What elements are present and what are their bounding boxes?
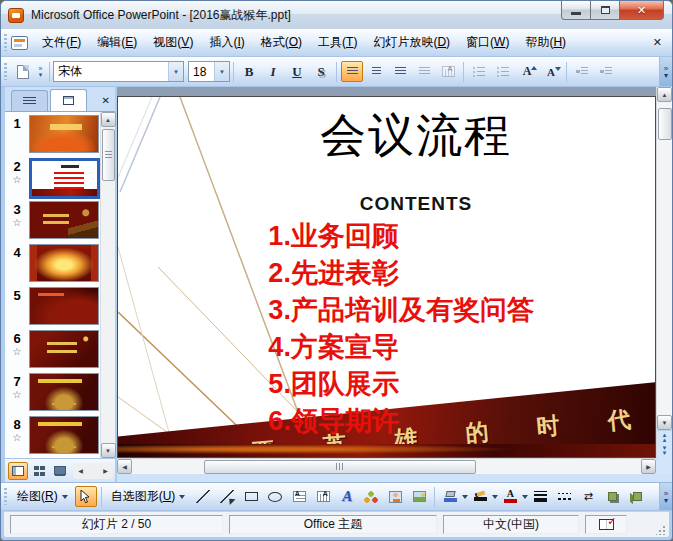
text-direction-button[interactable]: [437, 61, 459, 82]
scroll-down-icon[interactable]: ▼: [657, 415, 672, 430]
agenda-item[interactable]: 3.产品培训及有奖问答: [268, 292, 534, 329]
scroll-left-icon[interactable]: ◀: [117, 459, 132, 474]
italic-button[interactable]: I: [262, 61, 284, 82]
decrease-indent-button[interactable]: [571, 61, 593, 82]
slide-sorter-view-button[interactable]: [29, 462, 49, 480]
slideshow-view-button[interactable]: [50, 462, 70, 480]
slide-thumbnail[interactable]: [29, 416, 99, 454]
decrease-font-button[interactable]: A: [540, 61, 562, 82]
menu-help[interactable]: 帮助(H): [517, 29, 574, 56]
arrow-tool-button[interactable]: [216, 486, 238, 507]
normal-view-button[interactable]: [8, 462, 28, 480]
panel-scrollbar[interactable]: ▲ ▼: [100, 112, 115, 458]
scroll-right-icon[interactable]: ▶: [98, 463, 113, 478]
insert-picture-button[interactable]: [408, 486, 430, 507]
oval-tool-button[interactable]: [264, 486, 286, 507]
font-size-combobox[interactable]: 18 ▼: [188, 61, 230, 82]
wordart-button[interactable]: A: [336, 486, 358, 507]
slide-canvas[interactable]: 会议流程 CONTENTS 1.业务回顾 2.先进表彰 3.产品培训及有奖问答 …: [117, 96, 656, 458]
dropdown-arrow-icon[interactable]: ▼: [168, 62, 183, 81]
menu-window[interactable]: 窗口(W): [458, 29, 517, 56]
slide-thumbnail[interactable]: [29, 330, 99, 368]
scrollbar-thumb[interactable]: [204, 460, 476, 474]
scrollbar-thumb[interactable]: [102, 129, 115, 181]
toolbar-grip[interactable]: [4, 488, 7, 505]
agenda-item[interactable]: 6.领导期许: [268, 403, 534, 440]
close-button[interactable]: ✕: [619, 1, 664, 20]
restore-button[interactable]: [591, 1, 619, 20]
agenda-item[interactable]: 5.团队展示: [268, 366, 534, 403]
vertical-scrollbar[interactable]: ▲ ▼ ▲ ▲ ▼ ▼: [656, 87, 672, 458]
tab-outline[interactable]: [11, 90, 48, 111]
select-objects-button[interactable]: [75, 486, 97, 507]
slide-thumbnail[interactable]: [29, 158, 100, 199]
dropdown-caret-icon[interactable]: [462, 495, 468, 502]
scroll-left-icon[interactable]: ◀: [73, 463, 88, 478]
dash-style-button[interactable]: [553, 486, 575, 507]
slide-thumbnail[interactable]: [29, 244, 99, 282]
line-style-button[interactable]: [529, 486, 551, 507]
agenda-item[interactable]: 1.业务回顾: [268, 218, 534, 255]
title-bar[interactable]: Microsoft Office PowerPoint - [2016赢战猴年.…: [1, 1, 672, 29]
minimize-button[interactable]: [561, 1, 591, 20]
diagram-button[interactable]: [360, 486, 382, 507]
autoshapes-menu-button[interactable]: 自选图形(U): [105, 485, 192, 508]
previous-slide-button[interactable]: ▲ ▲: [662, 433, 668, 443]
toolbar-options-button[interactable]: » ▾: [659, 57, 672, 86]
agenda-item[interactable]: 4.方案宣导: [268, 329, 534, 366]
draw-menu-button[interactable]: 绘图(R): [11, 485, 74, 508]
panel-close-icon[interactable]: ✕: [102, 95, 110, 106]
slide-thumbnail[interactable]: [29, 115, 99, 153]
language-indicator[interactable]: 中文(中国): [443, 515, 579, 534]
increase-indent-button[interactable]: [595, 61, 617, 82]
arrow-style-button[interactable]: ⇄: [577, 486, 599, 507]
fill-color-button[interactable]: [439, 486, 461, 507]
text-box-button[interactable]: [288, 486, 310, 507]
align-center-button[interactable]: [365, 61, 387, 82]
toolbar-options-button[interactable]: » ▾: [659, 483, 672, 510]
3d-style-button[interactable]: [625, 486, 647, 507]
slide-title[interactable]: 会议流程: [188, 105, 644, 167]
slide-subtitle[interactable]: CONTENTS: [188, 193, 644, 215]
menu-tools[interactable]: 工具(T): [310, 29, 365, 56]
panel-horizontal-scrollbar[interactable]: ◀ ▶: [73, 463, 113, 479]
align-left-button[interactable]: [341, 61, 363, 82]
spellcheck-status[interactable]: ✓: [585, 515, 627, 534]
menu-edit[interactable]: 编辑(E): [89, 29, 145, 56]
rectangle-tool-button[interactable]: [240, 486, 262, 507]
increase-font-button[interactable]: A: [516, 61, 538, 82]
line-tool-button[interactable]: [192, 486, 214, 507]
agenda-item[interactable]: 2.先进表彰: [268, 255, 534, 292]
numbered-list-button[interactable]: [468, 61, 490, 82]
horizontal-scrollbar[interactable]: ◀ ▶: [117, 458, 656, 474]
dropdown-caret-icon[interactable]: [492, 495, 498, 502]
toolbar-grip[interactable]: [4, 34, 7, 51]
document-close-icon[interactable]: ✕: [653, 36, 662, 49]
menu-file[interactable]: 文件(F): [34, 29, 89, 56]
bold-button[interactable]: B: [238, 61, 260, 82]
slide-thumbnail[interactable]: [29, 201, 99, 239]
font-color-button[interactable]: A: [499, 486, 521, 507]
clip-art-button[interactable]: [384, 486, 406, 507]
text-shadow-button[interactable]: S: [310, 61, 332, 82]
slide-thumbnail[interactable]: [29, 373, 99, 411]
next-slide-button[interactable]: ▼ ▼: [662, 446, 668, 456]
scrollbar-thumb[interactable]: [658, 108, 672, 140]
standard-toolbar-options[interactable]: » ▾: [35, 60, 46, 84]
font-name-combobox[interactable]: 宋体 ▼: [53, 61, 184, 82]
tab-slides[interactable]: [50, 89, 87, 111]
new-slide-button[interactable]: [12, 61, 34, 82]
align-right-button[interactable]: [389, 61, 411, 82]
shadow-style-button[interactable]: [601, 486, 623, 507]
resize-grip[interactable]: [656, 525, 666, 535]
vertical-text-box-button[interactable]: [312, 486, 334, 507]
menu-view[interactable]: 视图(V): [145, 29, 201, 56]
slide-thumbnail[interactable]: [29, 287, 99, 325]
menu-format[interactable]: 格式(O): [253, 29, 310, 56]
dropdown-arrow-icon[interactable]: ▼: [214, 62, 229, 81]
dropdown-caret-icon[interactable]: [522, 495, 528, 502]
scroll-up-icon[interactable]: ▲: [101, 112, 116, 127]
underline-button[interactable]: U: [286, 61, 308, 82]
line-color-button[interactable]: [469, 486, 491, 507]
menu-slideshow[interactable]: 幻灯片放映(D): [365, 29, 458, 56]
